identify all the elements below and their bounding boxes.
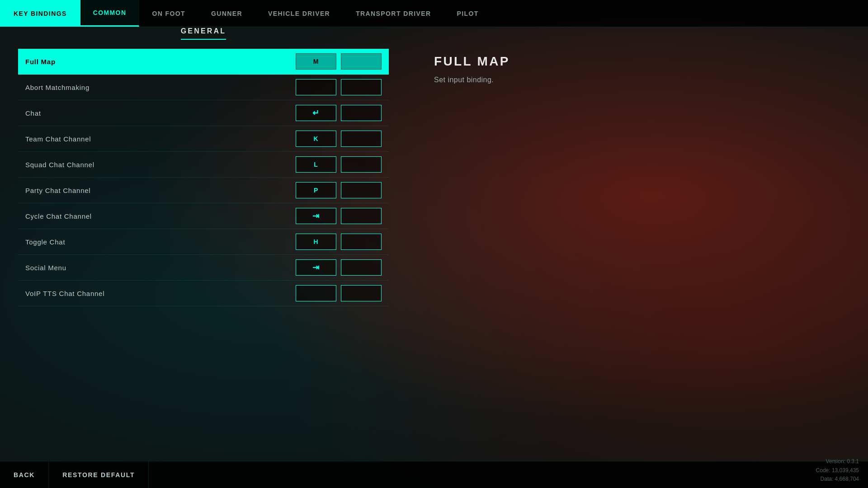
- tab-vehicle-driver[interactable]: VEHICLE DRIVER: [255, 0, 343, 27]
- key2-social_menu[interactable]: [341, 259, 382, 276]
- binding-row-voip_tts_chat_channel[interactable]: VoIP TTS Chat Channel: [18, 281, 389, 306]
- binding-name-cycle_chat_channel: Cycle Chat Channel: [25, 212, 296, 220]
- binding-name-party_chat_channel: Party Chat Channel: [25, 187, 296, 194]
- binding-row-team_chat_channel[interactable]: Team Chat ChannelK: [18, 126, 389, 152]
- bindings-list: Full MapMAbort MatchmakingChat↵Team Chat…: [18, 49, 389, 306]
- binding-keys-voip_tts_chat_channel: [296, 285, 382, 301]
- key1-toggle_chat[interactable]: H: [296, 234, 336, 250]
- key1-team_chat_channel[interactable]: K: [296, 131, 336, 147]
- key2-toggle_chat[interactable]: [341, 234, 382, 250]
- left-panel: GENERAL Full MapMAbort MatchmakingChat↵T…: [0, 27, 407, 461]
- key1-icon-cycle_chat_channel: ⇥: [312, 211, 320, 221]
- detail-title: FULL MAP: [434, 54, 841, 69]
- key2-party_chat_channel[interactable]: [341, 182, 382, 198]
- key2-voip_tts_chat_channel[interactable]: [341, 285, 382, 301]
- detail-description: Set input binding.: [434, 76, 841, 84]
- bottom-bar: BACK RESTORE DEFAULT: [0, 461, 868, 488]
- binding-row-cycle_chat_channel[interactable]: Cycle Chat Channel⇥: [18, 203, 389, 229]
- tab-gunner[interactable]: GUNNER: [198, 0, 255, 27]
- binding-keys-social_menu: ⇥: [296, 259, 382, 276]
- binding-row-chat[interactable]: Chat↵: [18, 100, 389, 126]
- right-panel: FULL MAP Set input binding.: [407, 27, 868, 461]
- key2-cycle_chat_channel[interactable]: [341, 208, 382, 224]
- binding-name-squad_chat_channel: Squad Chat Channel: [25, 161, 296, 169]
- key1-social_menu[interactable]: ⇥: [296, 259, 336, 276]
- tab-common[interactable]: COMMON: [80, 0, 140, 27]
- binding-keys-abort_matchmaking: [296, 79, 382, 95]
- binding-row-squad_chat_channel[interactable]: Squad Chat ChannelL: [18, 152, 389, 178]
- binding-keys-squad_chat_channel: L: [296, 156, 382, 173]
- binding-row-social_menu[interactable]: Social Menu⇥: [18, 255, 389, 281]
- key2-chat[interactable]: [341, 105, 382, 121]
- binding-row-party_chat_channel[interactable]: Party Chat ChannelP: [18, 178, 389, 203]
- restore-default-button[interactable]: RESTORE DEFAULT: [49, 461, 149, 488]
- version-info: Version: 0.3.1 Code: 13,039,435 Data: 4,…: [816, 457, 859, 483]
- binding-row-abort_matchmaking[interactable]: Abort Matchmaking: [18, 75, 389, 100]
- binding-row-toggle_chat[interactable]: Toggle ChatH: [18, 229, 389, 255]
- key2-abort_matchmaking[interactable]: [341, 79, 382, 95]
- back-button[interactable]: BACK: [0, 461, 49, 488]
- tab-on-foot[interactable]: ON FOOT: [139, 0, 198, 27]
- key1-abort_matchmaking[interactable]: [296, 79, 336, 95]
- key1-voip_tts_chat_channel[interactable]: [296, 285, 336, 301]
- binding-keys-cycle_chat_channel: ⇥: [296, 208, 382, 224]
- binding-keys-chat: ↵: [296, 105, 382, 121]
- binding-keys-full_map: M: [296, 53, 382, 70]
- key1-squad_chat_channel[interactable]: L: [296, 156, 336, 173]
- binding-keys-team_chat_channel: K: [296, 131, 382, 147]
- tab-transport-driver[interactable]: TRANSPORT DRIVER: [343, 0, 444, 27]
- tab-pilot[interactable]: PILOT: [444, 0, 491, 27]
- binding-name-toggle_chat: Toggle Chat: [25, 238, 296, 246]
- key1-full_map[interactable]: M: [296, 53, 336, 70]
- key1-party_chat_channel[interactable]: P: [296, 182, 336, 198]
- binding-name-chat: Chat: [25, 109, 296, 117]
- binding-name-social_menu: Social Menu: [25, 264, 296, 272]
- section-header: GENERAL: [181, 27, 226, 40]
- key1-icon-chat: ↵: [312, 108, 320, 118]
- main-content: GENERAL Full MapMAbort MatchmakingChat↵T…: [0, 27, 868, 461]
- binding-keys-party_chat_channel: P: [296, 182, 382, 198]
- binding-name-abort_matchmaking: Abort Matchmaking: [25, 84, 296, 91]
- binding-row-full_map[interactable]: Full MapM: [18, 49, 389, 75]
- binding-name-team_chat_channel: Team Chat Channel: [25, 135, 296, 143]
- key2-full_map[interactable]: [341, 53, 382, 70]
- top-nav: KEY BINDINGS COMMON ON FOOT GUNNER VEHIC…: [0, 0, 868, 27]
- version-line3: Data: 4,668,704: [816, 475, 859, 483]
- binding-name-full_map: Full Map: [25, 58, 296, 66]
- nav-key-bindings[interactable]: KEY BINDINGS: [0, 0, 80, 27]
- version-line2: Code: 13,039,435: [816, 466, 859, 475]
- key1-cycle_chat_channel[interactable]: ⇥: [296, 208, 336, 224]
- key1-icon-social_menu: ⇥: [312, 263, 320, 272]
- key2-team_chat_channel[interactable]: [341, 131, 382, 147]
- key2-squad_chat_channel[interactable]: [341, 156, 382, 173]
- binding-keys-toggle_chat: H: [296, 234, 382, 250]
- binding-name-voip_tts_chat_channel: VoIP TTS Chat Channel: [25, 290, 296, 297]
- key1-chat[interactable]: ↵: [296, 105, 336, 121]
- version-line1: Version: 0.3.1: [816, 457, 859, 466]
